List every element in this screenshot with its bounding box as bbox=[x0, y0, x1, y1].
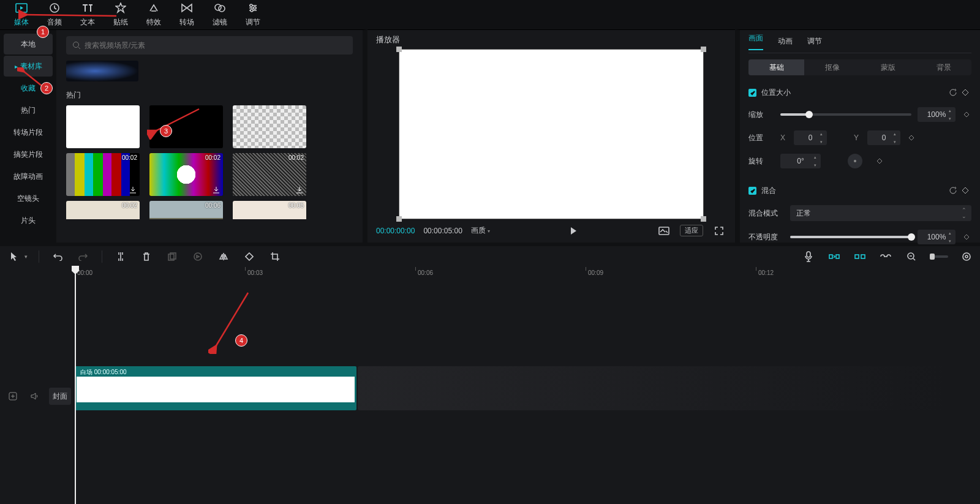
crop-button[interactable] bbox=[268, 249, 282, 264]
inspector-subtab-cutout[interactable]: 抠像 bbox=[804, 59, 860, 75]
inspector-subtab-bg[interactable]: 背景 bbox=[916, 59, 971, 75]
prop-blend-mode: 混合模式 正常⌃⌄ bbox=[748, 205, 971, 221]
thumb-clip-2[interactable]: 00:06 bbox=[149, 201, 223, 219]
cover-button[interactable]: 封面 bbox=[49, 388, 71, 405]
zoom-out-button[interactable] bbox=[904, 249, 919, 264]
position-y-label: Y bbox=[854, 134, 859, 142]
lock-track-button[interactable] bbox=[5, 388, 21, 404]
search-input[interactable]: 搜索视频场景/元素 bbox=[66, 36, 353, 55]
mirror-button[interactable] bbox=[216, 249, 231, 264]
timeline-clip[interactable]: 白场 00:00:05:00 bbox=[75, 366, 356, 410]
tab-text-label: 文本 bbox=[71, 17, 104, 28]
scale-value[interactable]: 100%▴▾ bbox=[918, 107, 956, 122]
magnet-main-button[interactable] bbox=[827, 249, 842, 264]
rotate-keyframe[interactable] bbox=[875, 158, 884, 164]
track-add-zone[interactable] bbox=[358, 366, 946, 410]
thumb-colorbars[interactable]: 00:02 bbox=[66, 153, 140, 196]
resize-handle-tr[interactable] bbox=[701, 47, 706, 52]
sidebar-item-library[interactable]: ▸素材库 bbox=[4, 56, 53, 77]
reverse-button[interactable] bbox=[190, 249, 205, 264]
tab-media[interactable]: 媒体 bbox=[5, 1, 38, 28]
checkbox-blend[interactable] bbox=[748, 187, 756, 195]
opacity-value[interactable]: 100%▴▾ bbox=[918, 230, 956, 244]
tab-adjust[interactable]: 调节 bbox=[236, 1, 270, 28]
thumb-clip-3[interactable]: 00:05 bbox=[233, 201, 306, 219]
rotate-wheel[interactable] bbox=[848, 154, 862, 168]
thumb-preview-strip[interactable] bbox=[66, 61, 138, 81]
position-keyframe[interactable] bbox=[907, 135, 916, 141]
inspector-subtab-basic[interactable]: 基础 bbox=[748, 59, 804, 75]
resize-handle-tl[interactable] bbox=[396, 47, 402, 52]
timeline-left-gutter: 封面 bbox=[0, 280, 72, 504]
inspector-tab-adjust[interactable]: 调节 bbox=[807, 36, 822, 47]
player-quality-label[interactable]: 画质 ▾ bbox=[471, 225, 490, 236]
snapshot-button[interactable] bbox=[657, 224, 671, 238]
resize-handle-br[interactable] bbox=[701, 216, 706, 222]
sidebar-item-glitch[interactable]: 故障动画 bbox=[4, 166, 53, 187]
fullscreen-button[interactable] bbox=[712, 224, 726, 238]
tab-transition[interactable]: 转场 bbox=[170, 1, 203, 28]
download-icon[interactable] bbox=[295, 186, 304, 194]
scale-slider[interactable] bbox=[780, 113, 911, 116]
link-button[interactable] bbox=[878, 249, 893, 264]
transition-icon bbox=[170, 1, 203, 15]
sidebar-item-opener[interactable]: 片头 bbox=[4, 210, 53, 231]
sidebar-item-transition-clips[interactable]: 转场片段 bbox=[4, 122, 53, 143]
thumb-duration: 00:06 bbox=[205, 202, 221, 209]
text-icon bbox=[71, 1, 104, 15]
thumb-white[interactable] bbox=[66, 105, 140, 148]
cursor-tool[interactable] bbox=[6, 249, 21, 264]
tab-text[interactable]: 文本 bbox=[71, 1, 104, 28]
inspector-subtab-mask[interactable]: 蒙版 bbox=[860, 59, 916, 75]
timeline-ruler[interactable]: 00:00 00:03 00:06 00:09 00:12 bbox=[0, 267, 980, 280]
copy-button[interactable] bbox=[165, 249, 179, 264]
zoom-fit-button[interactable] bbox=[959, 249, 974, 264]
position-y-value[interactable]: 0▴▾ bbox=[867, 130, 900, 145]
download-icon[interactable] bbox=[129, 186, 137, 194]
inspector-tab-anim[interactable]: 动画 bbox=[778, 36, 793, 47]
blend-keyframe-button[interactable] bbox=[959, 184, 971, 197]
sidebar-item-empty-lens[interactable]: 空镜头 bbox=[4, 188, 53, 209]
thumb-transparent[interactable] bbox=[233, 105, 306, 148]
checkbox-position-size[interactable] bbox=[748, 89, 756, 97]
sidebar-item-funny-clips[interactable]: 搞笑片段 bbox=[4, 144, 53, 165]
timeline-track-area[interactable]: 白场 00:00:05:00 bbox=[72, 280, 980, 504]
tab-audio[interactable]: 音频 bbox=[38, 1, 71, 28]
zoom-slider[interactable] bbox=[930, 255, 948, 258]
magnet-sub-button[interactable] bbox=[853, 249, 867, 264]
rotate-value[interactable]: 0°▴▾ bbox=[780, 154, 821, 168]
resize-handle-bl[interactable] bbox=[396, 216, 402, 222]
blend-reset-button[interactable] bbox=[947, 184, 959, 197]
ruler-tick: 00:03 bbox=[247, 269, 263, 276]
cursor-dropdown[interactable]: ▾ bbox=[24, 254, 28, 260]
player-fit-button[interactable]: 适应 bbox=[680, 225, 703, 236]
reset-button[interactable] bbox=[947, 86, 959, 99]
timeline-body[interactable]: 封面 白场 00:00:05:00 bbox=[0, 280, 980, 504]
mute-track-button[interactable] bbox=[27, 388, 43, 404]
position-x-value[interactable]: 0▴▾ bbox=[794, 130, 827, 145]
opacity-keyframe[interactable] bbox=[962, 234, 971, 240]
thumb-testcard[interactable]: 00:02 bbox=[149, 153, 223, 196]
mic-button[interactable] bbox=[801, 249, 816, 264]
sidebar-item-hot[interactable]: 热门 bbox=[4, 100, 53, 121]
player-canvas[interactable] bbox=[399, 50, 703, 219]
rotate-button[interactable] bbox=[242, 249, 257, 264]
thumb-noise[interactable]: 00:02 bbox=[233, 153, 306, 196]
download-icon[interactable] bbox=[212, 186, 221, 194]
inspector-tab-picture[interactable]: 画面 bbox=[748, 33, 763, 50]
blend-mode-select[interactable]: 正常⌃⌄ bbox=[790, 205, 971, 221]
keyframe-button[interactable] bbox=[959, 86, 971, 99]
scale-keyframe[interactable] bbox=[962, 111, 971, 118]
tab-effect[interactable]: 特效 bbox=[137, 1, 170, 28]
undo-button[interactable] bbox=[50, 249, 65, 264]
thumb-clip-1[interactable]: 00:02 bbox=[66, 201, 140, 219]
tab-filter[interactable]: 滤镜 bbox=[203, 1, 236, 28]
opacity-slider[interactable] bbox=[790, 236, 911, 238]
delete-button[interactable] bbox=[139, 249, 154, 264]
tab-sticker[interactable]: 贴纸 bbox=[104, 1, 137, 28]
play-button[interactable] bbox=[566, 224, 581, 238]
split-button[interactable] bbox=[113, 249, 128, 264]
redo-button[interactable] bbox=[76, 249, 91, 264]
section-hot-title: 热门 bbox=[66, 90, 353, 100]
annotation-badge-3: 3 bbox=[160, 125, 172, 137]
